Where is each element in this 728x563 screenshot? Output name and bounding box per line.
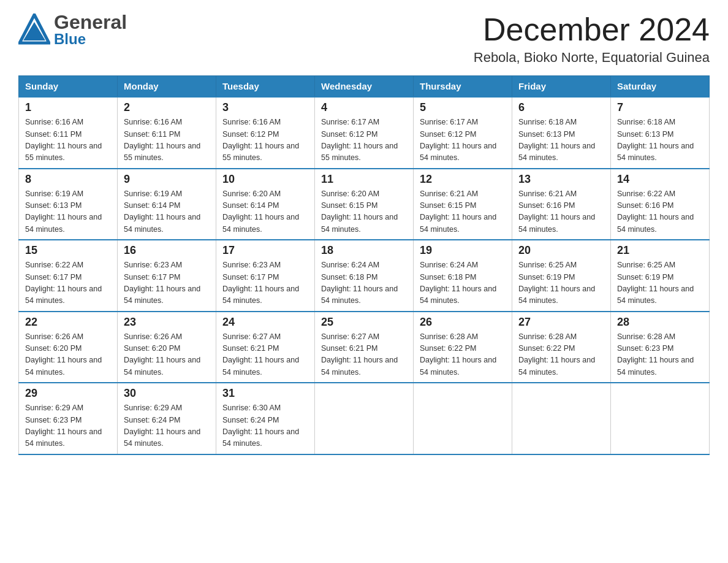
day-info: Sunrise: 6:23 AMSunset: 6:17 PMDaylight:… [222, 259, 308, 307]
calendar-cell: 14Sunrise: 6:22 AMSunset: 6:16 PMDayligh… [611, 169, 710, 240]
calendar-cell: 18Sunrise: 6:24 AMSunset: 6:18 PMDayligh… [315, 240, 414, 312]
page-header: General Blue December 2024 Rebola, Bioko… [18, 12, 710, 66]
calendar-cell: 12Sunrise: 6:21 AMSunset: 6:15 PMDayligh… [414, 169, 512, 240]
header-day-friday: Friday [512, 76, 611, 98]
day-number: 29 [25, 387, 111, 400]
day-info: Sunrise: 6:17 AMSunset: 6:12 PMDaylight:… [321, 117, 407, 164]
day-info: Sunrise: 6:19 AMSunset: 6:14 PMDaylight:… [124, 188, 210, 236]
calendar-cell: 17Sunrise: 6:23 AMSunset: 6:17 PMDayligh… [216, 240, 315, 312]
day-number: 27 [518, 316, 604, 329]
day-info: Sunrise: 6:22 AMSunset: 6:16 PMDaylight:… [617, 188, 703, 236]
calendar-header: SundayMondayTuesdayWednesdayThursdayFrid… [19, 76, 710, 98]
day-info: Sunrise: 6:16 AMSunset: 6:11 PMDaylight:… [124, 117, 210, 164]
day-number: 3 [222, 101, 308, 114]
calendar-cell: 27Sunrise: 6:28 AMSunset: 6:22 PMDayligh… [512, 312, 611, 383]
calendar-cell [315, 383, 414, 454]
header-day-saturday: Saturday [611, 76, 710, 98]
day-number: 9 [124, 173, 210, 186]
calendar-cell: 4Sunrise: 6:17 AMSunset: 6:12 PMDaylight… [315, 97, 414, 169]
day-number: 1 [25, 101, 111, 114]
day-info: Sunrise: 6:28 AMSunset: 6:23 PMDaylight:… [617, 331, 703, 379]
header-day-thursday: Thursday [414, 76, 512, 98]
calendar-cell: 29Sunrise: 6:29 AMSunset: 6:23 PMDayligh… [19, 383, 118, 454]
day-number: 6 [518, 101, 604, 114]
calendar-cell: 2Sunrise: 6:16 AMSunset: 6:11 PMDaylight… [118, 97, 216, 169]
day-info: Sunrise: 6:30 AMSunset: 6:24 PMDaylight:… [222, 402, 308, 450]
calendar-cell: 1Sunrise: 6:16 AMSunset: 6:11 PMDaylight… [19, 97, 118, 169]
calendar-cell [611, 383, 710, 454]
day-info: Sunrise: 6:19 AMSunset: 6:13 PMDaylight:… [25, 188, 111, 236]
day-number: 14 [617, 173, 703, 186]
day-info: Sunrise: 6:27 AMSunset: 6:21 PMDaylight:… [222, 331, 308, 379]
day-number: 10 [222, 173, 308, 186]
day-info: Sunrise: 6:20 AMSunset: 6:14 PMDaylight:… [222, 188, 308, 236]
day-info: Sunrise: 6:25 AMSunset: 6:19 PMDaylight:… [518, 259, 604, 307]
calendar-cell: 15Sunrise: 6:22 AMSunset: 6:17 PMDayligh… [19, 240, 118, 312]
calendar-cell: 9Sunrise: 6:19 AMSunset: 6:14 PMDaylight… [118, 169, 216, 240]
header-day-monday: Monday [118, 76, 216, 98]
day-info: Sunrise: 6:28 AMSunset: 6:22 PMDaylight:… [518, 331, 604, 379]
day-number: 25 [321, 316, 407, 329]
calendar-cell: 21Sunrise: 6:25 AMSunset: 6:19 PMDayligh… [611, 240, 710, 312]
day-info: Sunrise: 6:24 AMSunset: 6:18 PMDaylight:… [420, 259, 506, 307]
calendar-cell [512, 383, 611, 454]
day-number: 13 [518, 173, 604, 186]
day-number: 4 [321, 101, 407, 114]
day-number: 24 [222, 316, 308, 329]
day-info: Sunrise: 6:22 AMSunset: 6:17 PMDaylight:… [25, 259, 111, 307]
calendar-cell: 3Sunrise: 6:16 AMSunset: 6:12 PMDaylight… [216, 97, 315, 169]
calendar-cell: 22Sunrise: 6:26 AMSunset: 6:20 PMDayligh… [19, 312, 118, 383]
calendar-cell: 28Sunrise: 6:28 AMSunset: 6:23 PMDayligh… [611, 312, 710, 383]
day-number: 8 [25, 173, 111, 186]
header-row: SundayMondayTuesdayWednesdayThursdayFrid… [19, 76, 710, 98]
calendar-cell: 6Sunrise: 6:18 AMSunset: 6:13 PMDaylight… [512, 97, 611, 169]
day-info: Sunrise: 6:21 AMSunset: 6:15 PMDaylight:… [420, 188, 506, 236]
day-info: Sunrise: 6:16 AMSunset: 6:12 PMDaylight:… [222, 117, 308, 164]
day-number: 2 [124, 101, 210, 114]
logo-text: General Blue [54, 12, 127, 47]
title-block: December 2024 Rebola, Bioko Norte, Equat… [474, 12, 710, 66]
logo-general: General [54, 12, 127, 32]
day-info: Sunrise: 6:23 AMSunset: 6:17 PMDaylight:… [124, 259, 210, 307]
calendar-body: 1Sunrise: 6:16 AMSunset: 6:11 PMDaylight… [19, 97, 710, 454]
logo-icon [18, 13, 50, 45]
day-info: Sunrise: 6:18 AMSunset: 6:13 PMDaylight:… [518, 117, 604, 164]
day-number: 18 [321, 244, 407, 257]
day-info: Sunrise: 6:29 AMSunset: 6:24 PMDaylight:… [124, 402, 210, 450]
day-number: 12 [420, 173, 506, 186]
day-info: Sunrise: 6:25 AMSunset: 6:19 PMDaylight:… [617, 259, 703, 307]
calendar-cell: 7Sunrise: 6:18 AMSunset: 6:13 PMDaylight… [611, 97, 710, 169]
calendar-cell: 19Sunrise: 6:24 AMSunset: 6:18 PMDayligh… [414, 240, 512, 312]
day-number: 16 [124, 244, 210, 257]
logo-blue-text: Blue [54, 32, 127, 47]
day-number: 31 [222, 387, 308, 400]
calendar-cell: 20Sunrise: 6:25 AMSunset: 6:19 PMDayligh… [512, 240, 611, 312]
logo: General Blue [18, 12, 127, 47]
calendar-table: SundayMondayTuesdayWednesdayThursdayFrid… [18, 75, 710, 455]
calendar-week-row: 29Sunrise: 6:29 AMSunset: 6:23 PMDayligh… [19, 383, 710, 454]
header-day-wednesday: Wednesday [315, 76, 414, 98]
day-number: 19 [420, 244, 506, 257]
day-info: Sunrise: 6:17 AMSunset: 6:12 PMDaylight:… [420, 117, 506, 164]
calendar-cell: 13Sunrise: 6:21 AMSunset: 6:16 PMDayligh… [512, 169, 611, 240]
calendar-cell [414, 383, 512, 454]
calendar-cell: 5Sunrise: 6:17 AMSunset: 6:12 PMDaylight… [414, 97, 512, 169]
calendar-week-row: 15Sunrise: 6:22 AMSunset: 6:17 PMDayligh… [19, 240, 710, 312]
calendar-week-row: 22Sunrise: 6:26 AMSunset: 6:20 PMDayligh… [19, 312, 710, 383]
day-number: 22 [25, 316, 111, 329]
calendar-subtitle: Rebola, Bioko Norte, Equatorial Guinea [474, 50, 710, 66]
day-info: Sunrise: 6:26 AMSunset: 6:20 PMDaylight:… [124, 331, 210, 379]
calendar-week-row: 8Sunrise: 6:19 AMSunset: 6:13 PMDaylight… [19, 169, 710, 240]
day-info: Sunrise: 6:28 AMSunset: 6:22 PMDaylight:… [420, 331, 506, 379]
day-number: 11 [321, 173, 407, 186]
day-info: Sunrise: 6:26 AMSunset: 6:20 PMDaylight:… [25, 331, 111, 379]
day-number: 20 [518, 244, 604, 257]
day-number: 26 [420, 316, 506, 329]
calendar-cell: 31Sunrise: 6:30 AMSunset: 6:24 PMDayligh… [216, 383, 315, 454]
header-day-tuesday: Tuesday [216, 76, 315, 98]
day-number: 23 [124, 316, 210, 329]
day-info: Sunrise: 6:24 AMSunset: 6:18 PMDaylight:… [321, 259, 407, 307]
calendar-title: December 2024 [474, 12, 710, 47]
day-info: Sunrise: 6:18 AMSunset: 6:13 PMDaylight:… [617, 117, 703, 164]
calendar-cell: 16Sunrise: 6:23 AMSunset: 6:17 PMDayligh… [118, 240, 216, 312]
